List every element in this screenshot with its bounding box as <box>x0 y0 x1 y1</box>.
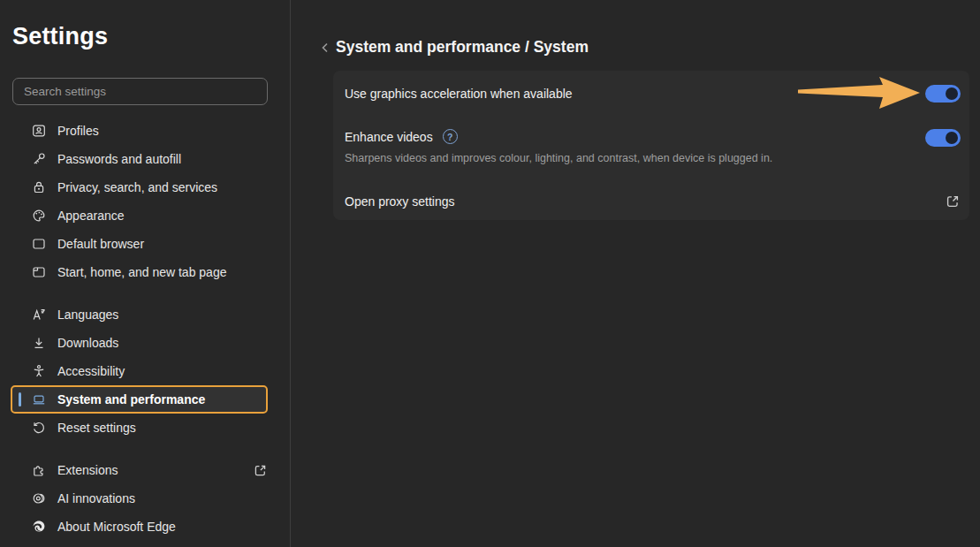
search-input[interactable] <box>12 78 268 105</box>
enhance-videos-toggle[interactable] <box>925 129 961 147</box>
setting-row-enhance-videos: Enhance videos ? Sharpens videos and imp… <box>345 117 961 182</box>
sidebar-item-languages[interactable]: Languages <box>11 300 268 329</box>
sidebar-item-label: Default browser <box>57 237 144 251</box>
setting-row-open-proxy[interactable]: Open proxy settings <box>345 182 961 220</box>
help-icon[interactable]: ? <box>443 129 458 144</box>
edge-settings-page: Settings Profiles Passw <box>0 0 980 547</box>
sidebar-item-about-edge[interactable]: About Microsoft Edge <box>11 513 268 541</box>
sidebar-item-label: System and performance <box>57 392 205 406</box>
sidebar-item-privacy[interactable]: Privacy, search, and services <box>11 173 268 201</box>
setting-label: Use graphics acceleration when available <box>345 87 573 101</box>
sidebar-item-label: Languages <box>57 308 118 322</box>
sidebar-item-appearance[interactable]: Appearance <box>11 201 268 230</box>
graphics-acceleration-toggle[interactable] <box>925 85 961 103</box>
back-button[interactable] <box>316 39 334 57</box>
sidebar-item-label: Start, home, and new tab page <box>57 265 226 279</box>
sidebar-item-label: Reset settings <box>57 421 136 435</box>
sidebar-item-downloads[interactable]: Downloads <box>11 329 268 357</box>
sidebar-item-ai-innovations[interactable]: AI innovations <box>11 484 268 513</box>
copilot-icon <box>32 491 46 505</box>
sidebar-item-label: Extensions <box>57 463 118 477</box>
puzzle-icon <box>32 463 46 477</box>
sidebar-nav: Profiles Passwords and autofill <box>0 117 290 541</box>
sidebar-item-label: Accessibility <box>57 364 125 378</box>
setting-label: Open proxy settings <box>345 194 455 209</box>
setting-label: Enhance videos <box>345 130 433 144</box>
external-link-icon <box>945 194 961 209</box>
translate-icon <box>32 308 46 322</box>
sidebar-item-label: Passwords and autofill <box>57 152 181 166</box>
settings-sidebar: Settings Profiles Passw <box>0 0 291 547</box>
sidebar-item-label: AI innovations <box>57 491 135 505</box>
sidebar-item-label: About Microsoft Edge <box>57 520 176 534</box>
sidebar-item-accessibility[interactable]: Accessibility <box>11 357 268 385</box>
profile-card-icon <box>32 124 46 138</box>
sidebar-item-passwords[interactable]: Passwords and autofill <box>11 145 268 173</box>
sidebar-item-label: Privacy, search, and services <box>57 180 217 194</box>
monitor-icon <box>32 392 46 406</box>
reset-icon <box>32 421 46 435</box>
download-icon <box>32 336 46 350</box>
accessibility-icon <box>32 364 46 378</box>
external-link-icon <box>253 463 268 478</box>
sidebar-item-start-home-newtab[interactable]: Start, home, and new tab page <box>11 258 268 286</box>
sidebar-item-extensions[interactable]: Extensions <box>11 456 268 484</box>
breadcrumb: System and performance / System <box>336 38 589 57</box>
sidebar-item-reset-settings[interactable]: Reset settings <box>11 414 268 442</box>
sidebar-item-profiles[interactable]: Profiles <box>11 117 268 145</box>
toggle-knob <box>946 87 958 100</box>
settings-card: Use graphics acceleration when available… <box>333 71 969 220</box>
page-title: Settings <box>12 23 108 50</box>
sidebar-item-label: Downloads <box>57 336 118 350</box>
browser-window-icon <box>32 237 46 251</box>
sidebar-item-label: Profiles <box>57 124 99 138</box>
chevron-left-icon <box>318 41 332 55</box>
lock-icon <box>32 180 46 194</box>
toggle-knob <box>946 132 958 144</box>
setting-description: Sharpens videos and improves colour, lig… <box>345 152 772 164</box>
sidebar-item-label: Appearance <box>57 209 125 223</box>
sidebar-item-default-browser[interactable]: Default browser <box>11 230 268 258</box>
setting-row-graphics-acceleration: Use graphics acceleration when available <box>345 71 961 117</box>
tab-page-icon <box>32 265 46 279</box>
settings-main-panel: System and performance / System Use grap… <box>292 0 980 547</box>
sidebar-item-system-and-performance[interactable]: System and performance <box>11 385 268 414</box>
edge-logo-icon <box>32 520 46 534</box>
key-icon <box>32 152 46 166</box>
palette-icon <box>32 209 46 223</box>
